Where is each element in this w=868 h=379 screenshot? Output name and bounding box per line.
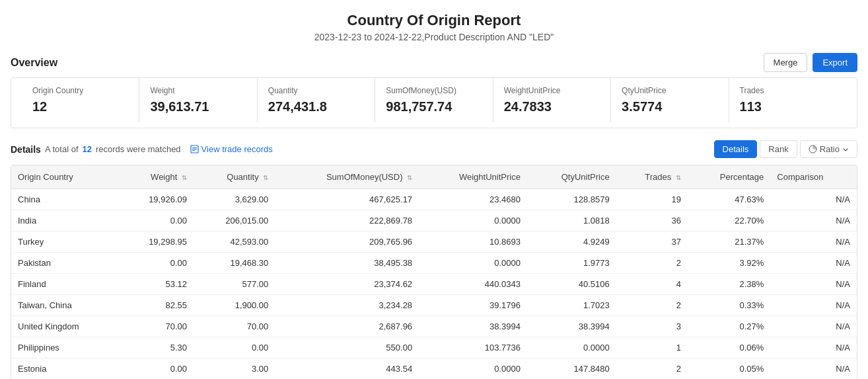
cell-0-7: 47.63% [688,189,770,210]
cell-1-2: 206,015.00 [194,210,275,232]
cell-2-3: 209,765.96 [275,232,419,253]
card-sum-money: SumOfMoney(USD) 981,757.74 [375,78,493,122]
ratio-tab-icon [809,145,817,153]
cell-4-4: 440.0343 [419,274,527,295]
card-label-3: SumOfMoney(USD) [386,86,482,95]
table-row: United Kingdom70.0070.002,687.9638.39943… [11,316,857,337]
table-row: Philippines5.300.00550.00103.77360.00001… [11,337,857,358]
card-label-6: Trades [740,86,836,95]
cell-5-7: 0.33% [688,295,770,316]
cell-5-2: 1,900.00 [194,295,275,316]
cell-8-8: N/A [770,358,857,380]
cell-4-0: Finland [11,274,119,295]
cell-0-6: 19 [616,189,688,210]
tab-rank[interactable]: Rank [760,140,797,158]
merge-button[interactable]: Merge [764,53,808,72]
cell-0-2: 3,629.00 [194,189,275,210]
cell-1-8: N/A [770,210,857,232]
cell-6-4: 38.3994 [419,316,527,337]
cell-5-5: 1.7023 [527,295,616,316]
card-trades: Trades 113 [729,78,846,122]
cell-8-1: 0.00 [119,358,194,380]
cell-5-8: N/A [770,295,857,316]
chevron-down-icon [842,146,849,153]
cell-1-4: 0.0000 [419,210,527,232]
page-header: Country Of Origin Report 2023-12-23 to 2… [0,0,868,48]
sort-icon-weight: ⇅ [182,174,187,181]
cell-7-7: 0.06% [688,337,770,358]
table-container: Origin Country Weight ⇅ Quantity ⇅ SumOf… [11,165,857,379]
col-quantity[interactable]: Quantity ⇅ [194,165,275,189]
cell-4-2: 577.00 [194,274,275,295]
export-button[interactable]: Export [813,53,857,72]
cell-2-6: 37 [616,232,688,253]
cell-4-7: 2.38% [688,274,770,295]
details-total-text: A total of [45,144,79,154]
cell-4-3: 23,374.62 [275,274,419,295]
col-weight[interactable]: Weight ⇅ [119,165,194,189]
cell-6-1: 70.00 [119,316,194,337]
cell-7-8: N/A [770,337,857,358]
cell-8-3: 443.54 [275,358,419,380]
summary-cards: Origin Country 12 Weight 39,613.71 Quant… [11,77,857,128]
cell-5-1: 82.55 [119,295,194,316]
view-trade-records-link[interactable]: View trade records [190,144,273,154]
col-trades[interactable]: Trades ⇅ [616,165,688,189]
col-origin-country: Origin Country [11,165,119,189]
cell-2-8: N/A [770,232,857,253]
cell-7-0: Philippines [11,337,119,358]
cell-2-2: 42,593.00 [194,232,275,253]
card-value-4: 24.7833 [504,99,600,114]
cell-5-4: 39.1796 [419,295,527,316]
tab-ratio[interactable]: Ratio [800,140,857,158]
cell-4-1: 53.12 [119,274,194,295]
table-row: Pakistan0.0019,468.3038,495.380.00001.97… [11,253,857,274]
col-comparison: Comparison [770,165,857,189]
cell-7-2: 0.00 [194,337,275,358]
cell-3-0: Pakistan [11,253,119,274]
cell-3-8: N/A [770,253,857,274]
sort-icon-quantity: ⇅ [263,174,268,181]
cell-2-4: 10.8693 [419,232,527,253]
cell-8-7: 0.05% [688,358,770,380]
col-sum-money[interactable]: SumOfMoney(USD) ⇅ [275,165,419,189]
cell-2-5: 4.9249 [527,232,616,253]
data-table: Origin Country Weight ⇅ Quantity ⇅ SumOf… [11,165,857,379]
cell-0-5: 128.8579 [527,189,616,210]
cell-3-1: 0.00 [119,253,194,274]
page-title: Country Of Origin Report [0,12,868,29]
details-right: Details Rank Ratio [714,140,857,158]
card-weight-unit-price: WeightUnitPrice 24.7833 [493,78,611,122]
table-row: Finland53.12577.0023,374.62440.034340.51… [11,274,857,295]
card-label-5: QtyUnitPrice [622,86,717,95]
cell-7-1: 5.30 [119,337,194,358]
cell-6-6: 3 [616,316,688,337]
overview-bar: Overview Merge Export [0,48,868,77]
card-quantity: Quantity 274,431.8 [258,78,375,122]
cell-2-7: 21.37% [688,232,770,253]
col-weight-unit-price: WeightUnitPrice [419,165,527,189]
col-qty-unit-price: QtyUnitPrice [527,165,616,189]
cell-6-5: 38.3994 [527,316,616,337]
card-label-4: WeightUnitPrice [504,86,600,95]
cell-6-7: 0.27% [688,316,770,337]
card-label-0: Origin Country [32,86,128,95]
tab-details[interactable]: Details [714,140,758,158]
records-icon [190,145,199,153]
cell-8-2: 3.00 [194,358,275,380]
col-percentage: Percentage [688,165,770,189]
card-value-5: 3.5774 [622,99,717,114]
cell-7-6: 1 [616,337,688,358]
page-subtitle: 2023-12-23 to 2024-12-22,Product Descrip… [0,32,868,42]
card-origin-country: Origin Country 12 [22,78,139,122]
card-qty-unit-price: QtyUnitPrice 3.5774 [611,78,729,122]
overview-actions: Merge Export [764,53,857,72]
table-header-row: Origin Country Weight ⇅ Quantity ⇅ SumOf… [11,165,857,189]
cell-8-0: Estonia [11,358,119,380]
cell-2-1: 19,298.95 [119,232,194,253]
cell-6-2: 70.00 [194,316,275,337]
cell-8-5: 147.8480 [527,358,616,380]
cell-1-6: 36 [616,210,688,232]
table-row: Taiwan, China82.551,900.003,234.2839.179… [11,295,857,316]
cell-3-5: 1.9773 [527,253,616,274]
